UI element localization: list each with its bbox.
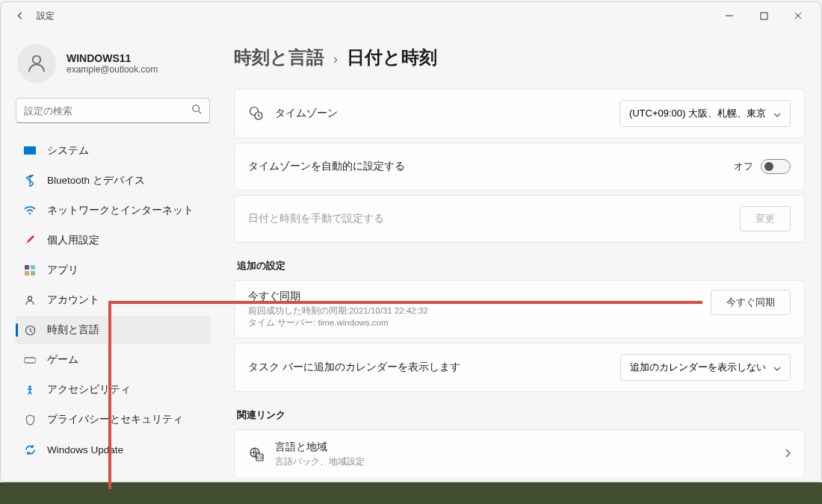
sidebar-item-bluetooth[interactable]: Bluetooth とデバイス — [16, 167, 210, 195]
update-icon — [23, 443, 37, 456]
manual-datetime-label: 日付と時刻を手動で設定する — [248, 212, 729, 225]
breadcrumb: 時刻と言語 › 日付と時刻 — [234, 46, 805, 69]
auto-timezone-toggle[interactable] — [761, 159, 791, 174]
svg-text:A字: A字 — [256, 455, 263, 460]
breadcrumb-parent[interactable]: 時刻と言語 — [234, 46, 324, 69]
titlebar: 設定 — [1, 2, 821, 29]
sidebar-item-windows-update[interactable]: Windows Update — [16, 435, 210, 464]
sidebar-item-accounts[interactable]: アカウント — [16, 286, 210, 314]
globe-clock-icon — [248, 106, 265, 121]
svg-rect-10 — [31, 265, 35, 270]
annotation-line — [108, 301, 702, 304]
language-link-sub: 言語パック、地域設定 — [275, 456, 774, 467]
sidebar-item-label: Bluetooth とデバイス — [47, 174, 145, 187]
section-related: 関連リンク — [237, 408, 805, 422]
accessibility-icon — [23, 383, 37, 396]
sidebar-item-gaming[interactable]: ゲーム — [16, 346, 210, 374]
sidebar-item-time-language[interactable]: 時刻と言語 — [16, 316, 210, 344]
calendar-dropdown[interactable]: 追加のカレンダーを表示しない — [620, 354, 791, 381]
user-email: example@outlook.com — [67, 64, 158, 75]
sidebar-item-label: 個人用設定 — [47, 234, 99, 247]
search-box[interactable] — [16, 98, 210, 123]
language-link-title: 言語と地域 — [275, 441, 774, 454]
sidebar-item-network[interactable]: ネットワークとインターネット — [16, 196, 210, 225]
sidebar-item-accessibility[interactable]: アクセシビリティ — [16, 376, 210, 404]
sidebar-item-label: ネットワークとインターネット — [47, 204, 194, 217]
sidebar-item-label: 時刻と言語 — [47, 323, 99, 337]
card-calendar: タスク バーに追加のカレンダーを表示します 追加のカレンダーを表示しない — [234, 343, 805, 392]
svg-rect-11 — [25, 271, 29, 276]
svg-point-13 — [28, 296, 32, 300]
minimize-button[interactable] — [712, 2, 747, 29]
language-icon: A字 — [248, 447, 265, 461]
sidebar-item-label: システム — [47, 144, 89, 158]
sidebar-item-label: Windows Update — [47, 444, 123, 455]
svg-point-8 — [29, 213, 31, 215]
chevron-right-icon: › — [333, 52, 338, 67]
toggle-state-text: オフ — [734, 160, 753, 173]
page-title: 日付と時刻 — [347, 46, 437, 69]
svg-point-16 — [28, 385, 31, 388]
window-title: 設定 — [37, 10, 55, 22]
svg-rect-7 — [24, 146, 36, 155]
sidebar-item-apps[interactable]: アプリ — [16, 256, 210, 284]
change-datetime-button[interactable]: 変更 — [740, 206, 791, 231]
clock-globe-icon — [23, 323, 37, 337]
person-icon — [23, 293, 37, 307]
sync-last: 前回成功した時刻の同期:2021/10/31 22:42:32 — [248, 305, 700, 317]
svg-rect-9 — [25, 265, 29, 270]
annotation-line — [108, 301, 111, 489]
system-icon — [23, 144, 37, 158]
card-auto-timezone: タイムゾーンを自動的に設定する オフ — [234, 143, 805, 190]
user-block[interactable]: WINDOWS11 example@outlook.com — [16, 37, 210, 98]
sidebar-item-label: アカウント — [47, 293, 99, 307]
svg-rect-1 — [761, 13, 767, 19]
search-input[interactable] — [24, 105, 191, 116]
card-language-link[interactable]: A字 言語と地域 言語パック、地域設定 — [234, 429, 805, 479]
main-content: 時刻と言語 › 日付と時刻 タイムゾーン (UTC+09:00) 大阪、札幌、東… — [217, 29, 821, 482]
game-icon — [23, 353, 37, 367]
timezone-label: タイムゾーン — [275, 107, 609, 120]
sidebar-item-label: プライバシーとセキュリティ — [47, 413, 183, 426]
svg-point-4 — [33, 56, 41, 64]
sidebar-item-label: ゲーム — [47, 353, 78, 367]
sidebar-item-personalization[interactable]: 個人用設定 — [16, 226, 210, 255]
card-timezone: タイムゾーン (UTC+09:00) 大阪、札幌、東京 — [234, 89, 805, 138]
sync-now-button[interactable]: 今すぐ同期 — [711, 290, 791, 315]
calendar-label: タスク バーに追加のカレンダーを表示します — [248, 361, 610, 374]
chevron-down-icon — [773, 108, 781, 119]
nav: システム Bluetooth とデバイス ネットワークとインターネット 個人用設… — [16, 137, 210, 464]
chevron-right-icon — [785, 447, 791, 461]
timezone-dropdown[interactable]: (UTC+09:00) 大阪、札幌、東京 — [619, 100, 791, 127]
sidebar-item-system[interactable]: システム — [16, 137, 210, 165]
sidebar-item-privacy[interactable]: プライバシーとセキュリティ — [16, 405, 210, 434]
bluetooth-icon — [23, 174, 37, 187]
svg-line-6 — [199, 111, 202, 114]
card-sync: 今すぐ同期 前回成功した時刻の同期:2021/10/31 22:42:32 タイ… — [234, 280, 805, 338]
sidebar-item-label: アクセシビリティ — [47, 383, 131, 396]
svg-rect-12 — [31, 271, 35, 276]
wifi-icon — [23, 204, 37, 217]
timezone-value: (UTC+09:00) 大阪、札幌、東京 — [629, 107, 766, 120]
brush-icon — [23, 234, 37, 247]
auto-timezone-label: タイムゾーンを自動的に設定する — [248, 160, 723, 173]
apps-icon — [23, 264, 37, 277]
sync-server: タイム サーバー: time.windows.com — [248, 317, 700, 329]
sidebar-item-label: アプリ — [47, 264, 78, 277]
close-button[interactable] — [781, 2, 815, 29]
shield-icon — [23, 413, 37, 426]
calendar-value: 追加のカレンダーを表示しない — [630, 361, 766, 374]
avatar — [17, 44, 56, 83]
user-name: WINDOWS11 — [67, 52, 158, 64]
annotation-bottom-strip — [0, 482, 822, 504]
chevron-down-icon — [773, 362, 781, 373]
back-button[interactable] — [7, 2, 34, 29]
search-icon — [191, 104, 202, 117]
svg-rect-15 — [24, 358, 36, 363]
maximize-button[interactable] — [747, 2, 781, 29]
section-additional: 追加の設定 — [237, 259, 805, 273]
svg-point-5 — [193, 105, 200, 112]
card-manual-datetime: 日付と時刻を手動で設定する 変更 — [234, 195, 805, 243]
